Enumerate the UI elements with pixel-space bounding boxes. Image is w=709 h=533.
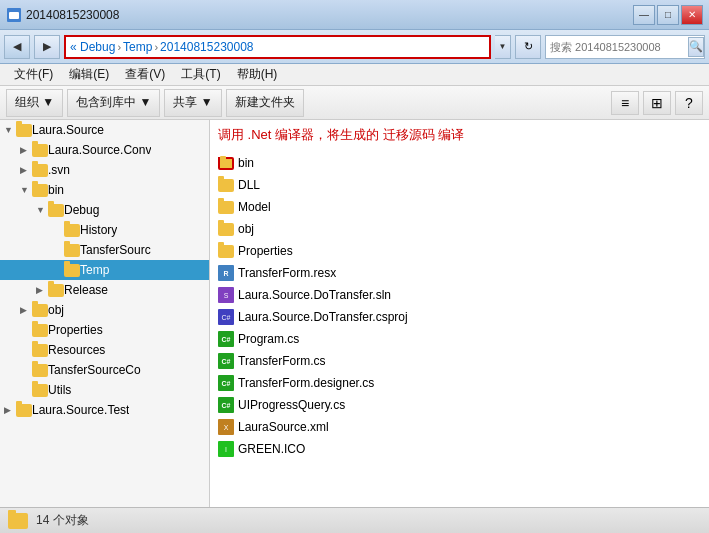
folder-icon-dll <box>218 179 234 192</box>
xml-icon: X <box>218 419 234 435</box>
expand-icon <box>20 365 32 375</box>
expand-icon: ▶ <box>20 165 32 175</box>
tree-label: Utils <box>48 383 71 397</box>
minimize-button[interactable]: — <box>633 5 655 25</box>
file-item-laurasource-xml[interactable]: X LauraSource.xml <box>214 416 705 438</box>
expand-icon: ▼ <box>4 125 16 135</box>
maximize-button[interactable]: □ <box>657 5 679 25</box>
file-label: Properties <box>238 244 293 258</box>
sidebar-item-obj[interactable]: ▶ obj <box>0 300 209 320</box>
cs-icon: C# <box>218 375 234 391</box>
close-button[interactable]: ✕ <box>681 5 703 25</box>
tree-label: Laura.Source.Test <box>32 403 129 417</box>
annotation-text: 调用 .Net 编译器，将生成的 迁移源码 编译 <box>214 124 705 146</box>
file-item-transferform-designer-cs[interactable]: C# TransferForm.designer.cs <box>214 372 705 394</box>
file-item-bin[interactable]: bin <box>214 152 705 174</box>
forward-button[interactable]: ▶ <box>34 35 60 59</box>
sidebar-item-temp[interactable]: Temp <box>0 260 209 280</box>
sidebar-item-svn[interactable]: ▶ .svn <box>0 160 209 180</box>
file-item-model[interactable]: Model <box>214 196 705 218</box>
file-label: Program.cs <box>238 332 299 346</box>
sidebar-item-laura-source[interactable]: ▼ Laura.Source <box>0 120 209 140</box>
sidebar-item-laura-source-test[interactable]: ▶ Laura.Source.Test <box>0 400 209 420</box>
file-item-transferform-resx[interactable]: R TransferForm.resx <box>214 262 705 284</box>
breadcrumb-sep-1: › <box>154 41 158 53</box>
sidebar-item-resources[interactable]: Resources <box>0 340 209 360</box>
expand-icon <box>20 345 32 355</box>
tree-label: Properties <box>48 323 103 337</box>
file-item-transferform-cs[interactable]: C# TransferForm.cs <box>214 350 705 372</box>
file-item-dll[interactable]: DLL <box>214 174 705 196</box>
sidebar-item-bin[interactable]: ▼ bin <box>0 180 209 200</box>
window-icon <box>6 7 22 23</box>
breadcrumb-bar: « Debug › Temp › 20140815230008 <box>64 35 491 59</box>
file-label: TransferForm.cs <box>238 354 326 368</box>
sidebar-item-tansfer-sourc[interactable]: TansferSourc <box>0 240 209 260</box>
menu-file[interactable]: 文件(F) <box>6 64 61 85</box>
menu-view[interactable]: 查看(V) <box>117 64 173 85</box>
svg-rect-1 <box>9 12 19 19</box>
new-folder-button[interactable]: 新建文件夹 <box>226 89 304 117</box>
folder-icon <box>32 364 48 377</box>
folder-icon <box>16 404 32 417</box>
sidebar-item-properties[interactable]: Properties <box>0 320 209 340</box>
folder-icon <box>32 144 48 157</box>
file-item-green-ico[interactable]: I GREEN.ICO <box>214 438 705 460</box>
sidebar-item-laura-source-conv[interactable]: ▶ Laura.Source.Conv <box>0 140 209 160</box>
file-item-obj[interactable]: obj <box>214 218 705 240</box>
back-button[interactable]: ◀ <box>4 35 30 59</box>
list-view-button[interactable]: ≡ <box>611 91 639 115</box>
file-item-properties[interactable]: Properties <box>214 240 705 262</box>
sidebar-item-utils[interactable]: Utils <box>0 380 209 400</box>
tree-label: TansferSourc <box>80 243 151 257</box>
folder-icon-temp <box>64 264 80 277</box>
tree-label: Release <box>64 283 108 297</box>
breadcrumb-item-0[interactable]: « Debug <box>70 40 115 54</box>
cs-icon: C# <box>218 353 234 369</box>
organize-button[interactable]: 组织 ▼ <box>6 89 63 117</box>
menu-tools[interactable]: 工具(T) <box>173 64 228 85</box>
include-library-button[interactable]: 包含到库中 ▼ <box>67 89 160 117</box>
file-item-sln[interactable]: S Laura.Source.DoTransfer.sln <box>214 284 705 306</box>
sidebar-item-debug[interactable]: ▼ Debug <box>0 200 209 220</box>
folder-icon <box>32 344 48 357</box>
folder-icon <box>64 244 80 257</box>
sidebar-item-tansfer-source-co[interactable]: TansferSourceCo <box>0 360 209 380</box>
grid-view-button[interactable]: ⊞ <box>643 91 671 115</box>
expand-icon <box>20 325 32 335</box>
cs-icon: C# <box>218 397 234 413</box>
menu-edit[interactable]: 编辑(E) <box>61 64 117 85</box>
file-item-program-cs[interactable]: C# Program.cs <box>214 328 705 350</box>
breadcrumb-item-2[interactable]: 20140815230008 <box>160 40 253 54</box>
cs-icon: C# <box>218 331 234 347</box>
folder-icon-laura-source <box>16 124 32 137</box>
expand-icon <box>20 385 32 395</box>
folder-icon-obj <box>218 223 234 236</box>
share-button[interactable]: 共享 ▼ <box>164 89 221 117</box>
sidebar-item-history[interactable]: History <box>0 220 209 240</box>
search-button[interactable]: 🔍 <box>688 37 704 57</box>
title-bar: 20140815230008 — □ ✕ <box>0 0 709 30</box>
address-bar: ◀ ▶ « Debug › Temp › 20140815230008 ▼ ↻ … <box>0 30 709 64</box>
sidebar-item-release[interactable]: ▶ Release <box>0 280 209 300</box>
expand-icon: ▶ <box>4 405 16 415</box>
menu-help[interactable]: 帮助(H) <box>229 64 286 85</box>
toolbar-right: ≡ ⊞ ? <box>611 91 703 115</box>
window-title: 20140815230008 <box>26 8 119 22</box>
tree-label: History <box>80 223 117 237</box>
folder-icon-model <box>218 201 234 214</box>
expand-icon <box>52 265 64 275</box>
refresh-button[interactable]: ↻ <box>515 35 541 59</box>
search-input[interactable] <box>550 41 688 53</box>
file-label: TransferForm.designer.cs <box>238 376 374 390</box>
expand-icon: ▶ <box>20 145 32 155</box>
help-button[interactable]: ? <box>675 91 703 115</box>
folder-icon <box>64 224 80 237</box>
breadcrumb-item-1[interactable]: Temp <box>123 40 152 54</box>
file-label: LauraSource.xml <box>238 420 329 434</box>
file-item-uiprogressquery-cs[interactable]: C# UIProgressQuery.cs <box>214 394 705 416</box>
window-controls: — □ ✕ <box>633 5 703 25</box>
file-item-csproj[interactable]: C# Laura.Source.DoTransfer.csproj <box>214 306 705 328</box>
breadcrumb-dropdown-button[interactable]: ▼ <box>495 35 511 59</box>
include-label: 包含到库中 ▼ <box>76 94 151 111</box>
